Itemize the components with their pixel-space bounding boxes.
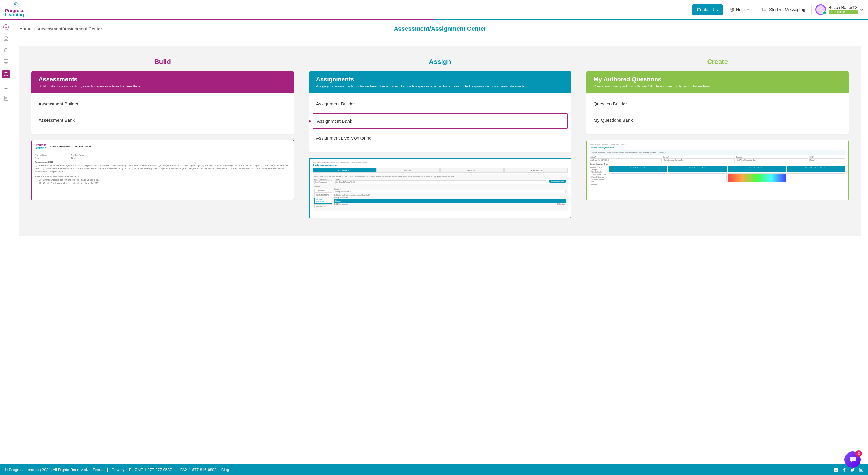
user-menu[interactable]: Becca BakerTX TEACHER [815, 4, 863, 15]
breadcrumb: Home › Assessment/Assignment Center [19, 26, 102, 31]
assign-preview: Home > Assessment/Assignment Center > As… [309, 158, 571, 218]
chat-icon [762, 7, 767, 12]
assessment-builder-link[interactable]: Assessment Builder [38, 96, 287, 112]
svg-rect-6 [4, 60, 8, 63]
header: Progress Learning Contact Us Help Studen… [0, 0, 868, 19]
arrow-annotation [309, 117, 312, 126]
assignments-card-header: Assignments Assign your assessments or c… [309, 71, 571, 93]
question-builder-link[interactable]: Question Builder [593, 96, 841, 112]
help-dropdown[interactable]: Help [727, 5, 752, 14]
assignment-builder-link[interactable]: Assignment Builder [316, 96, 564, 112]
create-preview: Manage My Questions > Create New Questio… [586, 140, 849, 200]
assign-title: Assign [309, 58, 571, 66]
build-title: Build [31, 58, 294, 66]
assign-column: Assign Assignments Assign your assessmen… [309, 58, 571, 218]
breadcrumb-current: Assessment/Assignment Center [38, 26, 102, 31]
main-content: Home › Assessment/Assignment Center Asse… [12, 21, 868, 276]
card-title: Assessments [38, 76, 287, 83]
svg-point-0 [14, 4, 15, 4]
chevron-down-icon [860, 8, 863, 11]
help-label: Help [736, 7, 745, 12]
contact-us-button[interactable]: Contact Us [692, 4, 723, 15]
assessments-card: Assessments Build custom assessments by … [31, 71, 294, 134]
user-role-badge: TEACHER [829, 10, 858, 14]
divider [755, 5, 756, 14]
globe-icon [730, 7, 734, 12]
assignment-live-monitoring-link[interactable]: Assignment Live Monitoring [316, 130, 564, 146]
avatar [815, 4, 826, 15]
breadcrumb-row: Home › Assessment/Assignment Center Asse… [12, 21, 868, 37]
book-icon[interactable] [3, 84, 9, 90]
user-name: Becca BakerTX [829, 5, 858, 10]
authored-questions-card-header: My Authored Questions Create your own qu… [586, 71, 849, 93]
header-right: Contact Us Help Student Messaging Becca … [692, 4, 863, 15]
user-info: Becca BakerTX TEACHER [829, 5, 858, 14]
card-description: Create your own questions with over 18 d… [593, 84, 841, 89]
progress-learning-logo: Progress Learning [5, 2, 26, 17]
home-icon[interactable] [3, 36, 9, 41]
authored-questions-card: My Authored Questions Create your own qu… [586, 71, 849, 134]
student-messaging-link[interactable]: Student Messaging [760, 5, 808, 14]
chevron-down-icon [747, 8, 749, 11]
create-column: Create My Authored Questions Create your… [586, 58, 849, 218]
presentation-icon[interactable] [3, 59, 9, 64]
breadcrumb-home[interactable]: Home [19, 26, 31, 31]
svg-marker-11 [309, 117, 312, 126]
messaging-label: Student Messaging [769, 7, 805, 12]
card-title: My Authored Questions [593, 76, 841, 83]
sidebar: → [0, 21, 12, 276]
build-preview: ProgressLearning Class Assessment- [DRCK… [31, 140, 294, 200]
build-column: Build Assessments Build custom assessmen… [31, 58, 294, 218]
card-description: Assign your assessments or choose from o… [316, 84, 564, 89]
page-title: Assessment/Assignment Center [394, 25, 487, 32]
assignment-bank-link[interactable]: Assignment Bank [313, 113, 568, 129]
content-container: Build Assessments Build custom assessmen… [19, 46, 861, 236]
sidebar-expand-icon[interactable]: → [3, 24, 9, 30]
divider [811, 5, 812, 14]
book-open-icon[interactable] [2, 70, 10, 78]
card-description: Build custom assessments by selecting qu… [38, 84, 287, 89]
assignments-card: Assignments Assign your assessments or c… [309, 71, 571, 152]
report-icon[interactable] [3, 95, 9, 101]
create-title: Create [586, 58, 849, 66]
my-questions-bank-link[interactable]: My Questions Bank [593, 112, 841, 128]
svg-text:Learning: Learning [5, 12, 24, 17]
assessment-bank-link[interactable]: Assessment Bank [38, 112, 287, 128]
card-title: Assignments [316, 76, 564, 83]
assessments-card-header: Assessments Build custom assessments by … [31, 71, 294, 93]
logo[interactable]: Progress Learning [5, 2, 26, 17]
school-icon[interactable] [3, 47, 9, 53]
breadcrumb-separator: › [34, 26, 35, 31]
